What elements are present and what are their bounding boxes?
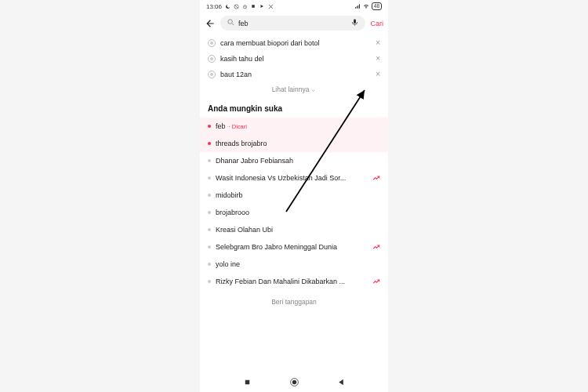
suggestion-text: yolo ine	[216, 260, 380, 268]
bullet-icon	[208, 280, 211, 283]
bullet-icon	[208, 176, 211, 180]
suggestion-text: Dhanar Jabro Febiansah	[216, 157, 380, 165]
status-bar: 13:06	[200, 0, 388, 13]
system-nav-bar	[200, 376, 388, 387]
search-submit-button[interactable]: Cari	[370, 20, 383, 27]
search-icon	[227, 18, 235, 28]
trending-icon	[372, 278, 380, 285]
bullet-icon	[208, 263, 211, 266]
wifi-icon	[363, 3, 369, 9]
suggestion-item[interactable]: Selebgram Bro Jabro Meninggal Dunia	[200, 238, 388, 256]
status-right: 48	[354, 2, 382, 10]
play-icon	[259, 3, 265, 9]
suggestion-text: threads brojabro	[216, 140, 380, 147]
suggestion-item[interactable]: midobirb	[200, 187, 388, 204]
bullet-icon	[208, 194, 211, 197]
history-text: kasih tahu del	[220, 55, 371, 63]
suggestion-text: midobirb	[216, 191, 380, 199]
moon-icon	[224, 3, 230, 9]
search-history-list: cara membuat biopori dari botol × kasih …	[200, 34, 388, 101]
suggestion-item[interactable]: Wasit Indonesia Vs Uzbekistan Jadi Sor..…	[200, 169, 388, 187]
bullet-icon	[208, 228, 211, 231]
bullet-icon	[208, 245, 211, 249]
x-icon	[267, 3, 274, 9]
mic-icon[interactable]	[350, 18, 359, 28]
phone-frame: 13:06	[200, 0, 388, 392]
history-item[interactable]: cara membuat biopori dari botol ×	[200, 35, 388, 51]
bullet-icon	[208, 211, 211, 214]
status-time: 13:06	[206, 3, 222, 10]
close-icon[interactable]: ×	[376, 39, 380, 47]
suggestion-item[interactable]: Rizky Febian Dan Mahalini Dikabarkan ...	[200, 273, 388, 290]
search-input[interactable]	[238, 20, 347, 27]
feedback-button[interactable]: Beri tanggapan	[200, 290, 388, 314]
see-more-label: Lihat lainnya	[272, 85, 310, 93]
alarm-icon	[241, 3, 248, 9]
searched-badge: · Dicari	[227, 123, 247, 130]
svg-rect-5	[245, 379, 249, 384]
suggestion-text: Rizky Febian Dan Mahalini Dikabarkan ...	[216, 278, 368, 285]
clock-icon	[208, 71, 216, 78]
suggestion-text: feb · Dicari	[216, 122, 380, 130]
stop-icon	[250, 3, 256, 9]
suggestion-text: Selebgram Bro Jabro Meninggal Dunia	[216, 243, 368, 251]
back-button[interactable]	[205, 18, 216, 29]
see-more-button[interactable]: Lihat lainnya	[200, 82, 388, 100]
suggestions-list: feb · Dicari threads brojabro Dhanar Jab…	[200, 118, 388, 290]
trending-icon	[372, 243, 380, 251]
bullet-icon	[208, 125, 211, 128]
status-left: 13:06	[206, 3, 274, 10]
suggestion-item[interactable]: feb · Dicari	[200, 118, 388, 135]
search-row: Cari	[200, 13, 388, 34]
suggestion-item[interactable]: Dhanar Jabro Febiansah	[200, 152, 388, 169]
svg-point-7	[292, 379, 296, 383]
signal-icon	[354, 3, 361, 9]
suggestion-item[interactable]: threads brojabro	[200, 135, 388, 152]
svg-rect-2	[252, 5, 255, 8]
bullet-icon	[208, 142, 211, 145]
suggestion-text: Wasit Indonesia Vs Uzbekistan Jadi Sor..…	[216, 174, 368, 182]
history-text: cara membuat biopori dari botol	[220, 39, 371, 47]
battery-icon: 48	[372, 2, 382, 10]
suggestion-item[interactable]: yolo ine	[200, 256, 388, 273]
suggestions-title: Anda mungkin suka	[200, 101, 388, 118]
clock-icon	[208, 39, 216, 47]
close-icon[interactable]: ×	[376, 71, 380, 78]
history-item[interactable]: kasih tahu del ×	[200, 51, 388, 67]
history-item[interactable]: baut 12an ×	[200, 67, 388, 82]
battery-level: 48	[374, 3, 379, 9]
search-box[interactable]	[220, 16, 365, 31]
nav-home-button[interactable]	[289, 376, 299, 387]
clock-icon	[208, 55, 216, 63]
bullet-icon	[208, 159, 211, 162]
nav-recents-button[interactable]	[241, 376, 252, 387]
nav-back-button[interactable]	[336, 376, 347, 387]
history-text: baut 12an	[220, 71, 371, 78]
suggestion-item[interactable]: Kreasi Olahan Ubi	[200, 221, 388, 238]
svg-point-3	[228, 20, 233, 24]
suggestion-item[interactable]: brojabrooo	[200, 204, 388, 221]
close-icon[interactable]: ×	[376, 55, 380, 63]
trending-icon	[372, 174, 380, 182]
chevron-down-icon	[310, 87, 316, 93]
suggestion-text: brojabrooo	[216, 209, 380, 216]
suggestion-text: Kreasi Olahan Ubi	[216, 226, 380, 234]
dnd-icon	[233, 3, 239, 9]
svg-rect-4	[354, 19, 357, 24]
